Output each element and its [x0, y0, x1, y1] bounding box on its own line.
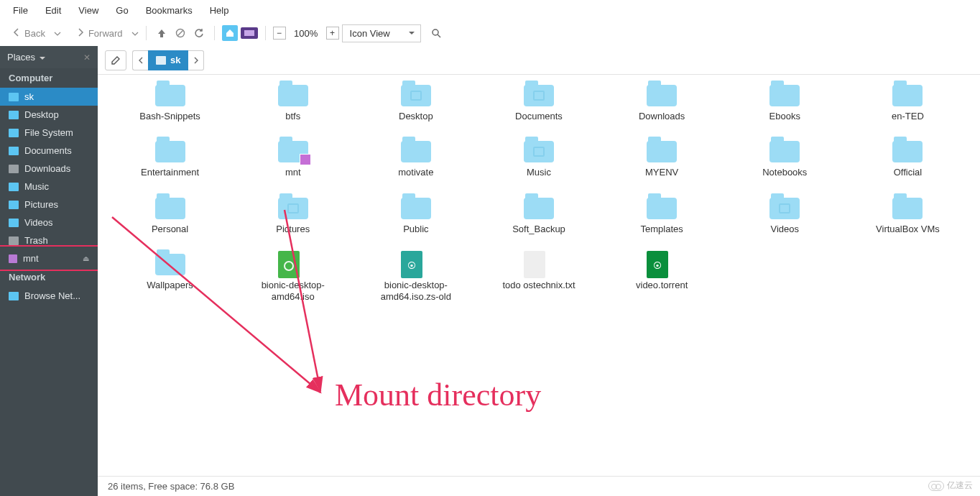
sidebar-item-label: sk — [24, 91, 34, 102]
eject-icon[interactable]: ⏏ — [83, 254, 89, 262]
sidebar-item-trash[interactable]: Trash — [0, 231, 98, 249]
item-label: Personal — [152, 224, 188, 235]
sidebar-item-music[interactable]: Music — [0, 178, 98, 196]
sidebar-item-pictures[interactable]: Pictures — [0, 196, 98, 213]
back-label: Back — [24, 28, 45, 39]
menu-edit[interactable]: Edit — [38, 2, 68, 19]
menu-bookmarks[interactable]: Bookmarks — [139, 2, 200, 19]
zoom-out-button[interactable]: − — [273, 27, 286, 40]
folder-item[interactable]: Templates — [604, 195, 720, 235]
item-label: Ebooks — [769, 111, 800, 122]
sidebar-item-videos[interactable]: Videos — [0, 213, 98, 231]
item-label: VirtualBox VMs — [876, 224, 940, 235]
folder-item[interactable]: Pictures — [235, 195, 351, 235]
file-item[interactable]: ⦿bionic-desktop-amd64.iso.zs-old — [358, 251, 473, 303]
breadcrumb-current[interactable]: sk — [148, 50, 188, 70]
folder-item[interactable]: Wallpapers — [112, 251, 228, 303]
folder-icon — [892, 85, 923, 106]
folder-item[interactable]: btfs — [235, 82, 351, 122]
sidebar-item-browse-network[interactable]: Browse Net... — [0, 287, 98, 305]
folder-item[interactable]: Entertainment — [112, 138, 228, 178]
folder-item[interactable]: Soft_Backup — [481, 195, 596, 235]
drive-icon — [9, 254, 17, 263]
item-label: Official — [894, 167, 923, 178]
zoom-in-button[interactable]: + — [326, 27, 339, 40]
zoom-level: 100% — [292, 28, 320, 39]
folder-icon — [524, 85, 554, 106]
search-button[interactable] — [428, 25, 444, 41]
folder-item[interactable]: MYENV — [604, 138, 720, 178]
view-mode-label: Icon View — [350, 28, 390, 39]
folder-icon — [647, 141, 677, 162]
item-label: Soft_Backup — [512, 224, 565, 235]
menu-help[interactable]: Help — [203, 2, 236, 19]
folder-item[interactable]: Downloads — [604, 82, 720, 122]
folder-item[interactable]: Ebooks — [727, 82, 843, 122]
reload-button[interactable] — [191, 25, 207, 41]
menu-go[interactable]: Go — [108, 2, 135, 19]
edit-path-button[interactable] — [105, 50, 126, 70]
forward-history-dropdown[interactable] — [131, 28, 139, 39]
sidebar-item-label: mnt — [23, 253, 39, 264]
fs-icon — [9, 129, 19, 137]
folder-icon — [647, 198, 677, 219]
sidebar-item-desktop[interactable]: Desktop — [0, 106, 98, 124]
item-label: Pictures — [276, 224, 310, 235]
file-item[interactable]: ⦿video.torrent — [604, 251, 720, 303]
item-label: Entertainment — [141, 167, 199, 178]
folder-item[interactable]: Videos — [727, 195, 843, 235]
folder-item[interactable]: Personal — [112, 195, 228, 235]
folder-item[interactable]: motivate — [358, 138, 473, 178]
sidebar-item-documents[interactable]: Documents — [0, 142, 98, 160]
folder-item[interactable]: Official — [850, 138, 966, 178]
svg-line-1 — [177, 31, 182, 36]
item-label: Bash-Snippets — [139, 111, 200, 122]
sidebar-section-network: Network — [0, 267, 98, 287]
content-area: sk Bash-SnippetsbtfsDesktopDocumentsDown… — [98, 46, 980, 496]
folder-icon — [9, 201, 19, 209]
sidebar-header-label: Places — [7, 52, 45, 63]
folder-icon — [892, 198, 923, 219]
folder-item[interactable]: Desktop — [358, 82, 473, 122]
folder-icon — [647, 85, 677, 106]
breadcrumb-next[interactable] — [188, 50, 204, 70]
sidebar-item-mnt[interactable]: mnt⏏ — [0, 249, 98, 267]
view-mode-select[interactable]: Icon View — [342, 24, 421, 42]
item-label: Templates — [641, 224, 683, 235]
back-button[interactable]: Back — [7, 25, 51, 42]
sidebar-header[interactable]: Places ✕ — [0, 46, 98, 68]
folder-item[interactable]: Documents — [481, 82, 596, 122]
menu-view[interactable]: View — [71, 2, 106, 19]
folder-icon — [9, 219, 19, 227]
parent-folder-button[interactable] — [154, 25, 170, 41]
menu-file[interactable]: File — [6, 2, 35, 19]
folder-item[interactable]: en-TED — [850, 82, 966, 122]
folder-item[interactable]: Public — [358, 195, 473, 235]
folder-item[interactable]: Bash-Snippets — [112, 82, 228, 122]
folder-icon — [769, 141, 800, 162]
sidebar-item-home[interactable]: sk — [0, 88, 98, 106]
forward-button[interactable]: Forward — [71, 25, 129, 42]
sidebar-item-downloads[interactable]: Downloads — [0, 160, 98, 178]
watermark-logo-icon — [928, 481, 944, 491]
sidebar-close-icon[interactable]: ✕ — [83, 52, 91, 63]
folder-item[interactable]: Music — [481, 138, 596, 178]
computer-button[interactable] — [241, 27, 258, 39]
breadcrumb: sk — [132, 50, 204, 70]
breadcrumb-prev[interactable] — [132, 50, 148, 70]
annotation-label: Mount directory — [335, 377, 541, 413]
stop-button[interactable] — [172, 25, 188, 41]
folder-item[interactable]: VirtualBox VMs — [850, 195, 966, 235]
item-label: mnt — [285, 167, 301, 178]
folder-icon — [892, 141, 923, 162]
sidebar-item-filesystem[interactable]: File System — [0, 124, 98, 142]
item-label: Notebooks — [762, 167, 807, 178]
home-button[interactable] — [222, 25, 238, 41]
file-item[interactable]: todo ostechnix.txt — [481, 251, 596, 303]
folder-item[interactable]: mnt — [235, 138, 351, 178]
toolbar: Back Forward − 100% + Ic — [0, 20, 980, 46]
folder-icon — [278, 198, 308, 219]
back-history-dropdown[interactable] — [54, 28, 61, 39]
file-item[interactable]: bionic-desktop-amd64.iso — [235, 251, 351, 303]
folder-item[interactable]: Notebooks — [727, 138, 843, 178]
